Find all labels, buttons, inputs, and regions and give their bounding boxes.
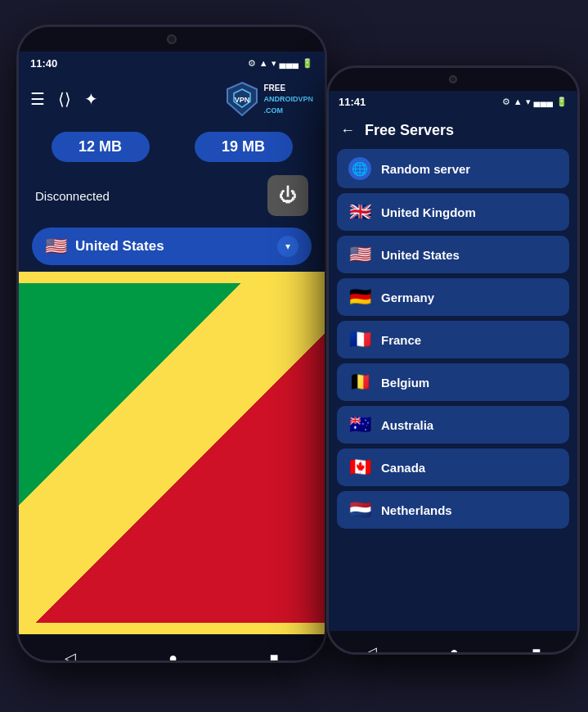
server-name: Belgium [381,376,429,390]
signal-icon-2: ▄▄▄ [534,97,553,106]
back-nav-2[interactable]: ◁ [366,643,377,655]
server-item[interactable]: 🇧🇪 Belgium [337,363,569,401]
logo-line3: .COM [263,106,283,115]
notification-icon-1: ▲ [259,58,268,68]
phone-2-body: ← Free Servers 🌐 Random server 🇬🇧 United… [329,112,577,631]
home-nav-2[interactable]: ● [450,644,459,656]
server-item[interactable]: 🇫🇷 France [337,321,569,358]
logo-text: FREE ANDROIDVPN .COM [263,83,313,115]
recents-nav-2[interactable]: ■ [532,644,541,656]
country-flag: 🇺🇸 [45,236,67,257]
phone-1-notch [19,27,325,52]
phone-1-nav-bar: ◁ ● ■ [19,634,325,663]
download-badge: 12 MB [52,132,150,162]
camera-2 [449,75,457,83]
wifi-icon-2: ▾ [526,97,531,107]
chevron-down-icon: ▾ [277,236,298,257]
server-flag: 🇦🇺 [348,414,371,435]
server-flag: 🇫🇷 [348,329,371,350]
connection-status: Disconnected [35,189,110,203]
status-bar-2: 11:41 ⚙ ▲ ▾ ▄▄▄ 🔋 [329,91,577,112]
camera-1 [167,34,177,44]
recents-nav-1[interactable]: ■ [270,650,279,664]
server-name: United Kingdom [381,205,476,219]
server-flag: 🇺🇸 [348,244,371,265]
battery-icon-1: 🔋 [302,58,313,69]
server-flag: 🇩🇪 [348,286,371,308]
server-item[interactable]: 🇨🇦 Canada [337,448,569,486]
signal-icon-1: ▄▄▄ [280,58,298,68]
server-item[interactable]: 🇳🇱 Netherlands [337,491,569,529]
server-flag: 🇨🇦 [348,457,371,478]
shield-logo: VPN [224,81,260,117]
logo-area: VPN FREE ANDROIDVPN .COM [224,81,313,117]
server-name: Australia [381,418,433,432]
server-item[interactable]: 🇦🇺 Australia [337,406,569,444]
settings-icon-1: ⚙ [248,58,256,69]
server-name: Germany [381,291,434,304]
country-selector[interactable]: 🇺🇸 United States ▾ [32,228,312,265]
server-name: Canada [381,461,425,475]
globe-icon: 🌐 [348,157,371,180]
phone-2-notch [329,68,577,91]
status-bar-1: 11:40 ⚙ ▲ ▾ ▄▄▄ 🔋 [19,52,325,74]
country-name: United States [75,238,269,255]
power-button[interactable]: ⏻ [267,175,308,216]
wifi-icon-1: ▾ [272,58,276,69]
upload-badge: 19 MB [195,132,293,162]
server-item[interactable]: 🌐 Random server [337,149,569,188]
server-name: Netherlands [381,503,452,517]
menu-icon[interactable]: ☰ [30,89,45,109]
server-item[interactable]: 🇺🇸 United States [337,236,569,273]
status-icons-2: ⚙ ▲ ▾ ▄▄▄ 🔋 [502,97,568,107]
server-name: United States [381,248,460,262]
server-item[interactable]: 🇩🇪 Germany [337,278,569,316]
phone-1-body: ☰ ⟨⟩ ✦ VPN FREE ANDROIDVPN .COM [19,74,325,634]
data-row: 12 MB 19 MB [19,124,325,170]
back-nav-1[interactable]: ◁ [65,649,76,663]
server-flag: 🇬🇧 [348,201,371,223]
congo-flag [19,272,325,634]
status-time-1: 11:40 [30,57,57,70]
status-time-2: 11:41 [339,96,366,108]
battery-icon-2: 🔋 [556,97,568,107]
server-name: France [381,333,421,347]
server-list-title: Free Servers [365,122,454,139]
server-item[interactable]: 🇬🇧 United Kingdom [337,193,569,231]
share-icon[interactable]: ⟨⟩ [58,89,71,109]
home-nav-1[interactable]: ● [168,650,177,664]
connection-row: Disconnected ⏻ [19,170,325,221]
settings-icon-2: ⚙ [502,97,510,107]
phone-2: 11:41 ⚙ ▲ ▾ ▄▄▄ 🔋 ← Free Servers 🌐 Rando… [326,65,580,655]
status-icons-1: ⚙ ▲ ▾ ▄▄▄ 🔋 [248,58,313,69]
server-list: 🌐 Random server 🇬🇧 United Kingdom 🇺🇸 Uni… [329,149,577,631]
server-name: Random server [381,162,470,176]
server-flag: 🇧🇪 [348,372,371,393]
server-header: ← Free Servers [329,112,577,149]
back-button[interactable]: ← [340,122,355,139]
logo-line2: ANDROIDVPN [263,95,313,103]
svg-text:VPN: VPN [235,96,250,104]
server-flag: 🇳🇱 [348,499,371,520]
flag-display [19,272,325,634]
notification-icon-2: ▲ [514,97,523,106]
phone-1: 11:40 ⚙ ▲ ▾ ▄▄▄ 🔋 ☰ ⟨⟩ ✦ VPN [16,25,327,663]
phone-2-nav-bar: ◁ ● ■ [329,631,577,655]
rating-icon[interactable]: ✦ [84,89,98,109]
toolbar-1: ☰ ⟨⟩ ✦ VPN FREE ANDROIDVPN .COM [19,74,325,124]
